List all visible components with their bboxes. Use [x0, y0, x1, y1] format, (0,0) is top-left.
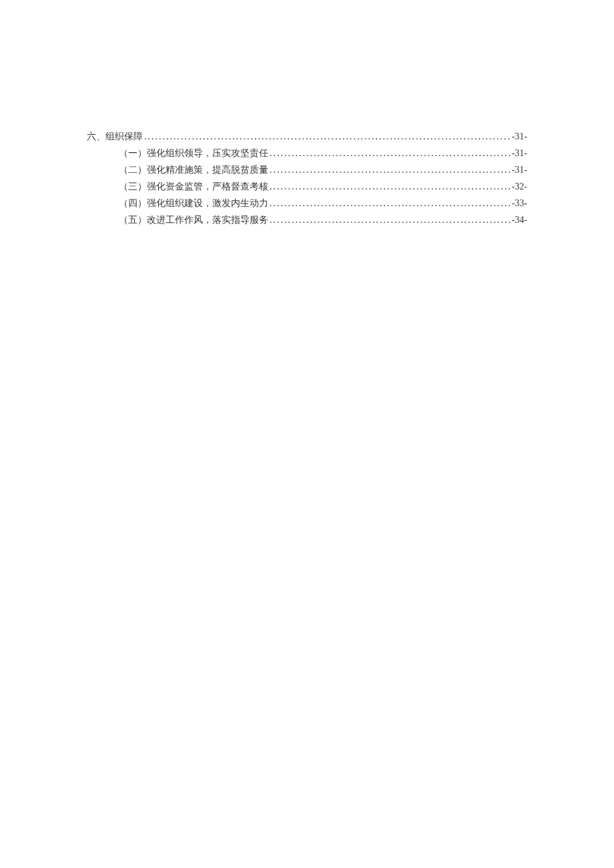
toc-entry-label: （五）改进工作作风，落实指导服务: [119, 211, 268, 228]
toc-entry-label: 六、组织保障: [87, 128, 143, 145]
toc-entry-dots: [270, 211, 511, 228]
toc-entry-label: （一）强化组织领导，压实攻坚责任: [119, 145, 268, 161]
toc-entry-label: （二）强化精准施策，提高脱贫质量: [119, 161, 268, 178]
toc-entry-label: （三）强化资金监管，严格督查考核: [119, 178, 268, 195]
toc-section: 六、组织保障 -31- （一）强化组织领导，压实攻坚责任 -31- （二）强化精…: [87, 128, 527, 228]
toc-entry: （一）强化组织领导，压实攻坚责任 -31-: [87, 145, 527, 161]
toc-entry-page: -34-: [512, 211, 527, 228]
toc-entry: （三）强化资金监管，严格督查考核 -32-: [87, 178, 527, 195]
toc-entry-label: （四）强化组织建设，激发内生动力: [119, 195, 268, 211]
toc-entry: （二）强化精准施策，提高脱贫质量 -31-: [87, 161, 527, 178]
toc-entry-dots: [270, 195, 511, 211]
toc-entry: 六、组织保障 -31-: [87, 128, 527, 145]
toc-entry-dots: [270, 178, 511, 195]
toc-entry-dots: [270, 145, 511, 161]
toc-entry-page: -31-: [512, 128, 527, 145]
toc-entry-dots: [144, 128, 511, 145]
toc-entry-page: -31-: [512, 161, 527, 178]
toc-entry-page: -31-: [512, 145, 527, 161]
toc-entry: （五）改进工作作风，落实指导服务 -34-: [87, 211, 527, 228]
toc-entry: （四）强化组织建设，激发内生动力 -33-: [87, 195, 527, 211]
toc-entry-dots: [270, 161, 511, 178]
toc-entry-page: -32-: [512, 178, 527, 195]
toc-entry-page: -33-: [512, 195, 527, 211]
